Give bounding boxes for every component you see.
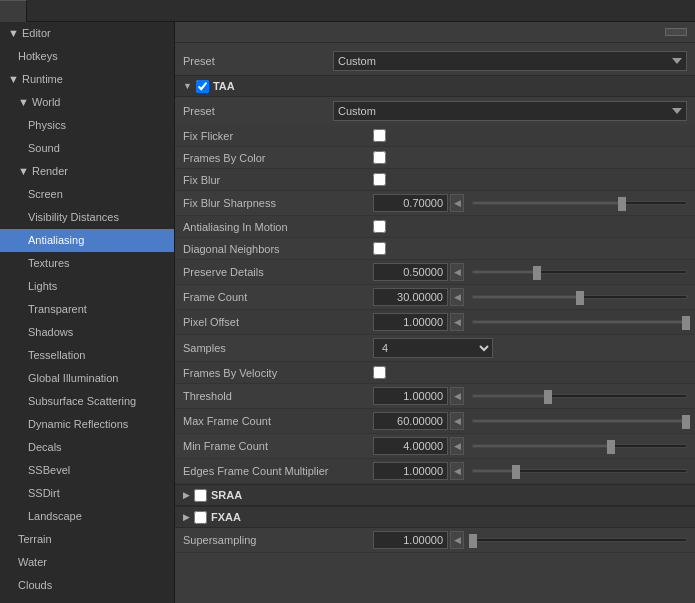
num-input-8[interactable]	[373, 313, 448, 331]
slider-container-6[interactable]	[472, 270, 687, 274]
sidebar-item-screen[interactable]: Screen	[0, 183, 174, 206]
setting-label-13: Min Frame Count	[183, 440, 373, 452]
toolbar	[175, 22, 695, 43]
setting-label-0: Fix Flicker	[183, 130, 373, 142]
sidebar-item-vegetation[interactable]: Vegetation	[0, 597, 174, 603]
slider-thumb-11[interactable]	[544, 390, 552, 404]
slider-thumb-13[interactable]	[607, 440, 615, 454]
supersampling-arrow[interactable]: ◀	[450, 531, 464, 549]
checkbox-1[interactable]	[373, 151, 386, 164]
num-arrow-3[interactable]: ◀	[450, 194, 464, 212]
sidebar-item-textures[interactable]: Textures	[0, 252, 174, 275]
sidebar-item-visibility-distances[interactable]: Visibility Distances	[0, 206, 174, 229]
checkbox-5[interactable]	[373, 242, 386, 255]
global-preset-dropdown[interactable]: Custom	[333, 51, 687, 71]
setting-value-9: 4	[373, 338, 687, 358]
slider-thumb-3[interactable]	[618, 197, 626, 211]
sidebar-item-shadows[interactable]: Shadows	[0, 321, 174, 344]
taa-collapse-arrow[interactable]: ▼	[183, 81, 192, 91]
num-input-14[interactable]	[373, 462, 448, 480]
sidebar-item-ssdirt[interactable]: SSDirt	[0, 482, 174, 505]
slider-container-13[interactable]	[472, 444, 687, 448]
slider-thumb-7[interactable]	[576, 291, 584, 305]
slider-fill-11	[473, 395, 548, 397]
sraa-collapse-arrow[interactable]: ▶	[183, 490, 190, 500]
sidebar-item-terrain[interactable]: Terrain	[0, 528, 174, 551]
sidebar-item-editor[interactable]: ▼ Editor	[0, 22, 174, 45]
num-input-6[interactable]	[373, 263, 448, 281]
sidebar-item-decals[interactable]: Decals	[0, 436, 174, 459]
sidebar-item-hotkeys[interactable]: Hotkeys	[0, 45, 174, 68]
num-input-12[interactable]	[373, 412, 448, 430]
setting-value-10	[373, 366, 687, 379]
taa-section-header[interactable]: ▼ TAA	[175, 75, 695, 97]
setting-label-3: Fix Blur Sharpness	[183, 197, 373, 209]
supersampling-row: Supersampling ◀	[175, 528, 695, 553]
setting-row-fix-flicker: Fix Flicker	[175, 125, 695, 147]
sidebar-item-runtime[interactable]: ▼ Runtime	[0, 68, 174, 91]
sidebar-item-antialiasing[interactable]: Antialiasing	[0, 229, 174, 252]
num-arrow-6[interactable]: ◀	[450, 263, 464, 281]
sidebar-item-tessellation[interactable]: Tessellation	[0, 344, 174, 367]
sidebar-item-clouds[interactable]: Clouds	[0, 574, 174, 597]
num-input-7[interactable]	[373, 288, 448, 306]
slider-thumb-14[interactable]	[512, 465, 520, 479]
num-arrow-7[interactable]: ◀	[450, 288, 464, 306]
slider-thumb-12[interactable]	[682, 415, 690, 429]
setting-row-fix-blur: Fix Blur	[175, 169, 695, 191]
sidebar-item-lights[interactable]: Lights	[0, 275, 174, 298]
checkbox-2[interactable]	[373, 173, 386, 186]
slider-thumb-8[interactable]	[682, 316, 690, 330]
slider-fill-13	[473, 445, 611, 447]
setting-label-6: Preserve Details	[183, 266, 373, 278]
setting-row-min-frame-count: Min Frame Count ◀	[175, 434, 695, 459]
sraa-title: SRAA	[211, 489, 242, 501]
sidebar-item-landscape[interactable]: Landscape	[0, 505, 174, 528]
sidebar-item-render[interactable]: ▼ Render	[0, 160, 174, 183]
sidebar-item-sound[interactable]: Sound	[0, 137, 174, 160]
settings-tab[interactable]	[0, 0, 27, 22]
fxaa-section-header[interactable]: ▶ FXAA	[175, 506, 695, 528]
sidebar-item-global-illumination[interactable]: Global Illumination	[0, 367, 174, 390]
num-arrow-14[interactable]: ◀	[450, 462, 464, 480]
num-input-11[interactable]	[373, 387, 448, 405]
checkbox-10[interactable]	[373, 366, 386, 379]
slider-container-7[interactable]	[472, 295, 687, 299]
slider-container-3[interactable]	[472, 201, 687, 205]
num-input-13[interactable]	[373, 437, 448, 455]
slider-track-6	[472, 270, 687, 274]
num-arrow-13[interactable]: ◀	[450, 437, 464, 455]
sidebar-item-dynamic-reflections[interactable]: Dynamic Reflections	[0, 413, 174, 436]
taa-preset-dropdown[interactable]: Custom	[333, 101, 687, 121]
fxaa-collapse-arrow[interactable]: ▶	[183, 512, 190, 522]
sidebar-item-ssb[interactable]: SSBevel	[0, 459, 174, 482]
sidebar-item-water[interactable]: Water	[0, 551, 174, 574]
slider-track-11	[472, 394, 687, 398]
taa-enable-checkbox[interactable]	[196, 80, 209, 93]
supersampling-slider-container[interactable]	[472, 538, 687, 542]
num-arrow-12[interactable]: ◀	[450, 412, 464, 430]
num-input-3[interactable]	[373, 194, 448, 212]
supersampling-slider-thumb[interactable]	[469, 534, 477, 548]
sraa-enable-checkbox[interactable]	[194, 489, 207, 502]
setting-label-2: Fix Blur	[183, 174, 373, 186]
sidebar-item-world[interactable]: ▼ World	[0, 91, 174, 114]
checkbox-4[interactable]	[373, 220, 386, 233]
slider-container-8[interactable]	[472, 320, 687, 324]
slider-thumb-6[interactable]	[533, 266, 541, 280]
samples-dropdown[interactable]: 4	[373, 338, 493, 358]
sraa-section-header[interactable]: ▶ SRAA	[175, 484, 695, 506]
slider-container-14[interactable]	[472, 469, 687, 473]
fxaa-enable-checkbox[interactable]	[194, 511, 207, 524]
slider-container-12[interactable]	[472, 419, 687, 423]
save-as-new-button[interactable]	[665, 28, 687, 36]
slider-container-11[interactable]	[472, 394, 687, 398]
setting-row-frames-by-velocity: Frames By Velocity	[175, 362, 695, 384]
num-arrow-8[interactable]: ◀	[450, 313, 464, 331]
checkbox-0[interactable]	[373, 129, 386, 142]
num-arrow-11[interactable]: ◀	[450, 387, 464, 405]
supersampling-input[interactable]	[373, 531, 448, 549]
sidebar-item-subsurface-scattering[interactable]: Subsurface Scattering	[0, 390, 174, 413]
sidebar-item-physics[interactable]: Physics	[0, 114, 174, 137]
sidebar-item-transparent[interactable]: Transparent	[0, 298, 174, 321]
